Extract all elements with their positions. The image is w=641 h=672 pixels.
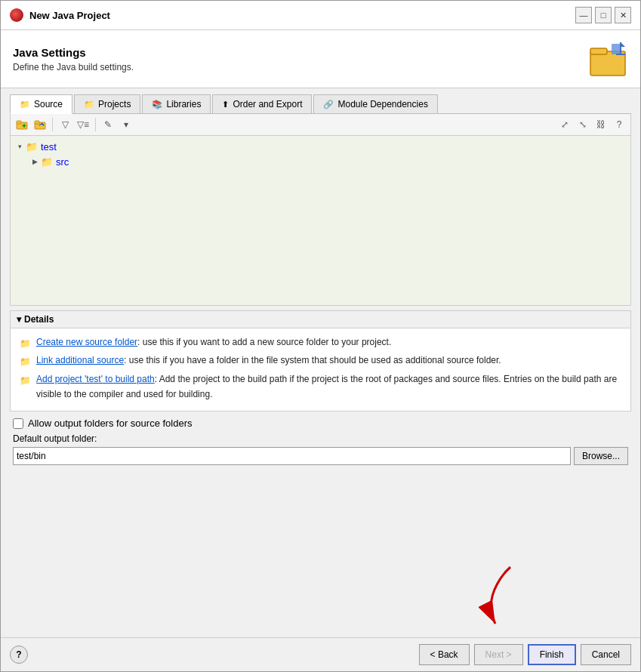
expand-all-button[interactable]: ⤢ <box>556 116 573 133</box>
tab-bar: 📁 Source 📁 Projects 📚 Libraries ⬆ Order … <box>10 94 631 114</box>
allow-output-row: Allow output folders for source folders <box>13 418 628 429</box>
detail-text-link: Link additional source: use this if you … <box>36 353 501 368</box>
header-section: Java Settings Define the Java build sett… <box>1 30 640 88</box>
maximize-button[interactable]: □ <box>595 7 612 23</box>
allow-output-checkbox[interactable] <box>13 418 23 429</box>
bottom-bar: ? < Back Next > Finish Cancel <box>1 637 640 671</box>
create-source-icon: 📁 <box>20 336 32 348</box>
red-arrow <box>465 563 525 631</box>
tree-item-test[interactable]: ▾ 📁 test <box>11 139 630 154</box>
finish-button[interactable]: Finish <box>528 644 576 665</box>
link-button[interactable]: ⛓ <box>593 116 609 133</box>
output-section: Allow output folders for source folders … <box>10 412 631 468</box>
projects-tab-icon: 📁 <box>84 100 94 109</box>
add-folder-icon <box>16 119 28 131</box>
folder-test-icon: 📁 <box>26 140 38 153</box>
close-button[interactable]: ✕ <box>615 7 631 23</box>
output-folder-input[interactable] <box>13 447 571 465</box>
tab-projects[interactable]: 📁 Projects <box>74 94 140 113</box>
help-button[interactable]: ? <box>10 646 28 664</box>
window-controls: — □ ✕ <box>575 7 631 23</box>
details-header[interactable]: ▾ Details <box>11 311 630 328</box>
folder-icon <box>589 39 628 79</box>
page-subtitle: Define the Java build settings. <box>13 62 134 72</box>
expand-test-icon[interactable]: ▾ <box>14 140 26 153</box>
source-tab-icon: 📁 <box>20 100 30 109</box>
tab-module-deps[interactable]: 🔗 Module Dependencies <box>313 94 437 113</box>
tree-label-src: src <box>56 156 69 168</box>
bottom-action-buttons: < Back Next > Finish Cancel <box>419 644 631 665</box>
output-folder-label: Default output folder: <box>13 433 628 444</box>
tree-toolbar: ▽ ▽≡ ✎ ▾ ⤢ ⤡ ⛓ ? <box>10 114 631 136</box>
build-path-icon: 📁 <box>20 373 32 385</box>
cancel-button[interactable]: Cancel <box>581 644 631 665</box>
svg-rect-11 <box>35 121 39 124</box>
detail-text-build-path: Add project 'test' to build path: Add th… <box>36 371 621 402</box>
tab-order-export[interactable]: ⬆ Order and Export <box>212 94 312 113</box>
detail-text-create: Create new source folder: use this if yo… <box>36 334 391 350</box>
link-source-link[interactable]: Link additional source <box>36 355 124 365</box>
edit-button[interactable]: ✎ <box>100 116 116 133</box>
back-button[interactable]: < Back <box>419 644 470 665</box>
link-source-detail-icon: 📁 <box>20 354 32 366</box>
filter-menu-button[interactable]: ▽≡ <box>75 116 91 133</box>
folder-src-icon: 📁 <box>41 156 53 168</box>
main-content: 📁 Source 📁 Projects 📚 Libraries ⬆ Order … <box>1 88 640 637</box>
window-title: New Java Project <box>29 10 110 21</box>
tab-libraries[interactable]: 📚 Libraries <box>142 94 211 113</box>
tab-source[interactable]: 📁 Source <box>10 94 72 114</box>
arrow-area <box>10 468 631 631</box>
tree-view[interactable]: ▾ 📁 test ▶ 📁 src <box>10 136 631 306</box>
add-folder-button[interactable] <box>14 116 30 133</box>
allow-output-label: Allow output folders for source folders <box>28 418 193 429</box>
link-source-button[interactable] <box>32 116 48 133</box>
details-body: 📁 Create new source folder: use this if … <box>11 328 630 412</box>
browse-button[interactable]: Browse... <box>574 447 628 465</box>
main-window: New Java Project — □ ✕ Java Settings Def… <box>0 0 641 672</box>
details-section: ▾ Details 📁 Create new source folder: us… <box>10 310 631 412</box>
detail-item-create: 📁 Create new source folder: use this if … <box>20 334 621 350</box>
details-label: Details <box>24 314 54 325</box>
app-icon <box>10 8 23 22</box>
module-tab-icon: 🔗 <box>323 100 334 109</box>
next-button[interactable]: Next > <box>474 644 523 665</box>
add-build-path-link[interactable]: Add project 'test' to build path <box>36 374 155 384</box>
expand-src-icon[interactable]: ▶ <box>29 156 41 168</box>
svg-rect-1 <box>590 48 607 54</box>
page-title: Java Settings <box>13 46 134 59</box>
link-source-icon <box>34 119 46 131</box>
minimize-button[interactable]: — <box>575 7 592 23</box>
detail-item-link: 📁 Link additional source: use this if yo… <box>20 353 621 368</box>
tree-label-test: test <box>41 141 57 153</box>
filter-button[interactable]: ▽ <box>57 116 73 133</box>
svg-rect-7 <box>17 121 21 124</box>
details-expand-icon: ▾ <box>17 314 21 325</box>
toolbar-help-button[interactable]: ? <box>611 116 627 133</box>
dropdown-button[interactable]: ▾ <box>118 116 134 133</box>
detail-item-build-path: 📁 Add project 'test' to build path: Add … <box>20 371 621 402</box>
libraries-tab-icon: 📚 <box>152 100 162 109</box>
tree-item-src[interactable]: ▶ 📁 src <box>26 154 630 169</box>
svg-rect-2 <box>612 44 621 54</box>
title-bar: New Java Project — □ ✕ <box>1 1 640 30</box>
order-tab-icon: ⬆ <box>222 100 229 109</box>
create-source-link[interactable]: Create new source folder <box>36 337 137 347</box>
collapse-all-button[interactable]: ⤡ <box>575 116 591 133</box>
header-icon <box>589 39 628 79</box>
